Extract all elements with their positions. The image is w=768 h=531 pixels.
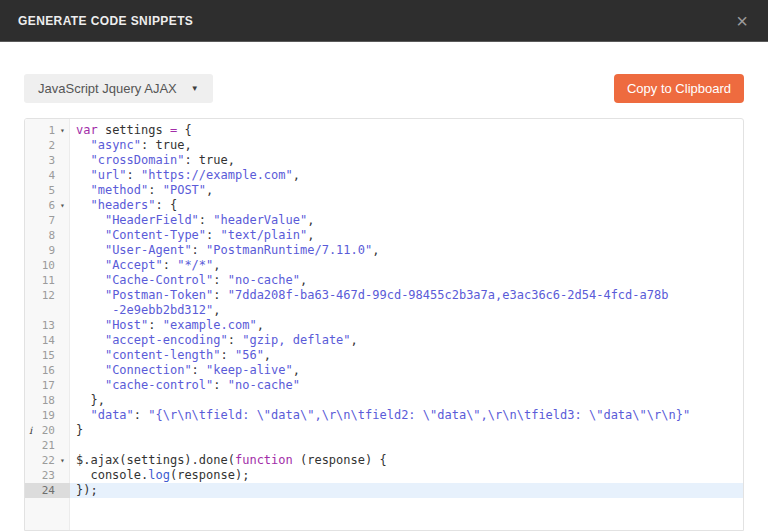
code-line-text[interactable] [70,438,743,453]
code-token: : true, [141,138,192,152]
code-token [76,408,90,422]
code-line-text[interactable]: "Postman-Token": "7dda208f-ba63-467d-99c… [70,288,743,303]
code-line-text[interactable]: console.log(response); [70,468,743,483]
gutter-cell: i20 [25,423,70,438]
code-token: , [300,273,307,287]
code-token: -2e9ebb2bd312" [112,303,213,317]
code-line-text[interactable]: "Content-Type": "text/plain", [70,228,743,243]
code-line[interactable]: 17 "cache-control": "no-cache" [25,378,743,393]
gutter-cell: 17 [25,378,70,393]
code-token: "keep-alive" [206,363,293,377]
code-token [76,348,105,362]
gutter-cell: 10 [25,258,70,273]
code-line[interactable]: 9 "User-Agent": "PostmanRuntime/7.11.0", [25,243,743,258]
code-line[interactable]: 12 "Postman-Token": "7dda208f-ba63-467d-… [25,288,743,303]
code-token: "POST" [163,183,206,197]
line-number: 24 [36,483,55,498]
code-line[interactable]: 18 }, [25,393,743,408]
code-line[interactable]: 10 "Accept": "*/*", [25,258,743,273]
code-line[interactable]: 15 "content-length": "56", [25,348,743,363]
code-line[interactable]: 24}); [25,483,743,498]
line-number: 23 [36,468,55,483]
code-line-text[interactable]: "Connection": "keep-alive", [70,363,743,378]
code-line-text[interactable]: "Accept": "*/*", [70,258,743,273]
code-token: "Content-Type" [105,228,206,242]
code-token [76,228,105,242]
line-number: 19 [36,408,55,423]
code-token [76,198,90,212]
code-line[interactable]: 23 console.log(response); [25,468,743,483]
code-token: "no-cache" [228,378,300,392]
fold-arrow-icon[interactable]: ▾ [55,453,70,468]
code-line-text[interactable]: }, [70,393,743,408]
code-line[interactable]: -2e9ebb2bd312", [25,303,743,318]
gutter-cell: 3 [25,153,70,168]
code-line[interactable]: 5 "method": "POST", [25,183,743,198]
code-token [76,318,105,332]
fold-arrow-icon[interactable]: ▾ [55,198,70,213]
code-token: "*/*" [177,258,213,272]
line-number: 20 [36,423,55,438]
code-line[interactable]: 7 "HeaderField": "headerValue", [25,213,743,228]
copy-to-clipboard-button[interactable]: Copy to Clipboard [614,74,744,103]
code-token: "crossDomain" [90,153,184,167]
gutter-cell: 6▾ [25,198,70,213]
code-line-text[interactable]: "HeaderField": "headerValue", [70,213,743,228]
code-token [76,333,105,347]
code-line-text[interactable]: "Cache-Control": "no-cache", [70,273,743,288]
code-line-text[interactable]: "content-length": "56", [70,348,743,363]
code-line-text[interactable]: $.ajax(settings).done(function (response… [70,453,743,468]
gutter-cell: 11 [25,273,70,288]
gutter-cell: 12 [25,288,70,303]
code-line[interactable]: 14 "accept-encoding": "gzip, deflate", [25,333,743,348]
fold-arrow-icon[interactable]: ▾ [55,123,70,138]
close-icon[interactable]: × [734,11,750,31]
code-line-text[interactable]: "User-Agent": "PostmanRuntime/7.11.0", [70,243,743,258]
code-line-text[interactable]: "data": "{\r\n\tfield: \"data\",\r\n\tfi… [70,408,743,423]
code-line-text[interactable]: "crossDomain": true, [70,153,743,168]
code-token [76,213,105,227]
language-selector-dropdown[interactable]: JavaScript Jquery AJAX ▼ [24,74,213,103]
line-number: 15 [36,348,55,363]
code-rows: 1▾var settings = {2 "async": true,3 "cro… [25,123,743,498]
code-token: : true, [184,153,235,167]
code-line-text[interactable]: -2e9ebb2bd312", [70,303,743,318]
code-line-text[interactable]: var settings = { [70,123,743,138]
code-line-text[interactable]: "cache-control": "no-cache" [70,378,743,393]
line-number: 16 [36,363,55,378]
code-token: "content-length" [105,348,221,362]
code-token: "Postman-Token" [105,288,213,302]
line-number: 22 [36,453,55,468]
code-token: : [163,258,177,272]
code-line-text[interactable]: }); [70,483,743,498]
code-line-text[interactable]: "accept-encoding": "gzip, deflate", [70,333,743,348]
code-line[interactable]: 21 [25,438,743,453]
code-line-text[interactable]: "async": true, [70,138,743,153]
code-line[interactable]: 3 "crossDomain": true, [25,153,743,168]
code-token [76,183,90,197]
code-line-text[interactable]: "url": "https://example.com", [70,168,743,183]
code-line[interactable]: 22▾$.ajax(settings).done(function (respo… [25,453,743,468]
code-line-text[interactable]: "method": "POST", [70,183,743,198]
code-token: log [148,468,170,482]
code-token: , [293,363,300,377]
code-token: : [192,363,206,377]
gutter-cell: 19 [25,408,70,423]
code-line[interactable]: 1▾var settings = { [25,123,743,138]
code-line[interactable]: 11 "Cache-Control": "no-cache", [25,273,743,288]
code-line[interactable]: 4 "url": "https://example.com", [25,168,743,183]
code-line-text[interactable]: "Host": "example.com", [70,318,743,333]
code-line-text[interactable]: "headers": { [70,198,743,213]
code-line-text[interactable]: } [70,423,743,438]
code-line[interactable]: 13 "Host": "example.com", [25,318,743,333]
code-line[interactable]: 19 "data": "{\r\n\tfield: \"data\",\r\n\… [25,408,743,423]
code-editor[interactable]: 1▾var settings = {2 "async": true,3 "cro… [24,118,744,531]
code-line[interactable]: 16 "Connection": "keep-alive", [25,363,743,378]
code-line[interactable]: 6▾ "headers": { [25,198,743,213]
code-line[interactable]: 8 "Content-Type": "text/plain", [25,228,743,243]
code-line[interactable]: 2 "async": true, [25,138,743,153]
code-line[interactable]: i20} [25,423,743,438]
gutter-cell: 4 [25,168,70,183]
gutter-cell: 16 [25,363,70,378]
code-token: : [148,183,162,197]
